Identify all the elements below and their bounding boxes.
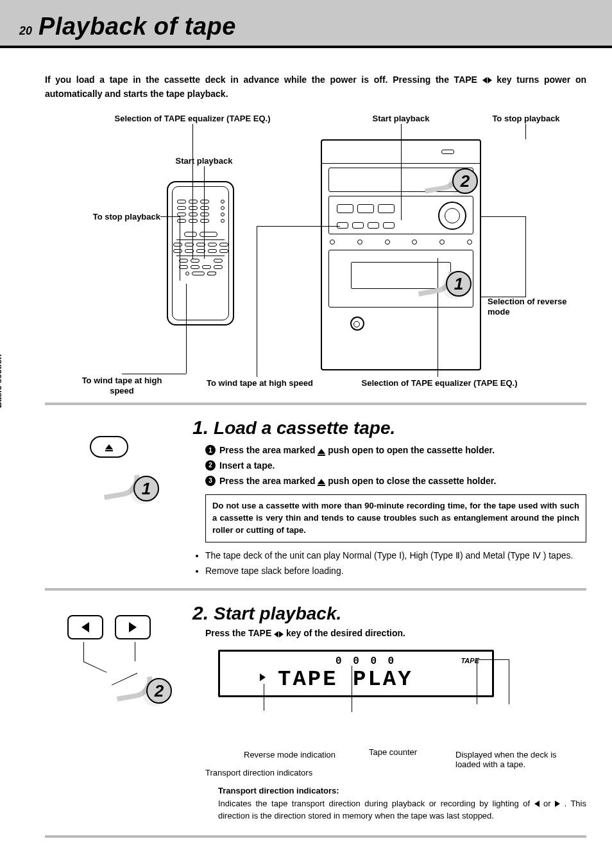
step-2-heading: 2. Start playback. [192,602,586,624]
step-1-number: 1. [192,417,208,438]
leader-line [160,216,180,217]
step-1-notes: The tape deck of the unit can play Norma… [192,549,586,578]
leader-line [525,124,526,139]
note-tape-types: The tape deck of the unit can play Norma… [205,549,586,563]
step-1-row: 1 1. Load a cassette tape. 1 Press the a… [45,403,586,588]
leader-line [481,216,526,217]
play-forward-button-illustration [115,615,151,639]
substep-badge-2: 2 [205,460,216,471]
triangle-left-icon [534,801,540,807]
leader-line [401,124,402,220]
step-1-heading: 1. Load a cassette tape. [192,417,586,438]
label-stop-playback-unit: To stop playback [475,114,577,124]
leader-line [186,284,187,374]
label-reverse-mode: Selection of reverse mode [488,297,584,317]
leader-line [122,374,186,374]
substep-1-text: Press the area marked push open to open … [219,444,495,458]
lcd-display-diagram: 0 0 0 0 TAPE PLAY TAPE Reverse mode indi… [218,650,586,697]
label-stop-playback-remote: To stop playback [58,212,160,222]
bottom-rule [45,835,586,838]
device-diagram: Selection of TAPE equalizer (TAPE EQ.) S… [45,114,586,403]
eject-icon [105,444,113,449]
leader-line [525,216,526,297]
step-1-graphic: 1 [45,417,173,582]
triangle-right-icon [129,622,137,632]
warning-box: Do not use a cassette with more than 90-… [205,494,586,542]
leader-line [481,297,526,297]
label-reverse-mode-indication: Reverse mode indication [244,750,336,759]
step-2-graphic: 2 [45,602,173,822]
callout-number-1: 1 [133,476,159,501]
step-2-title: Start playback. [214,603,341,624]
lcd-main-text: TAPE PLAY [278,667,413,691]
leader-line [204,166,205,259]
transport-direction-block: Transport direction indicators: Indicate… [218,785,586,822]
remote-control-illustration [167,181,234,326]
eject-icon [318,449,325,454]
note-slack: Remove tape slack before loading. [205,564,586,578]
eject-icon [318,479,325,484]
section-side-tab: Basic section [0,354,3,408]
lcd-counter: 0 0 0 0 [336,655,396,667]
label-tape-eq-bottom: Selection of TAPE equalizer (TAPE EQ.) [340,378,539,388]
triangle-right-icon [555,801,560,807]
leader-line [135,642,135,661]
label-wind-unit: To wind tape at high speed [186,378,334,388]
substep-2-text: Insert a tape. [219,459,275,473]
step-2-instruction: Press the TAPE key of the desired direct… [205,628,586,638]
play-reverse-button-illustration [67,615,103,639]
leader-line [192,124,193,259]
step-1-title: Load a cassette tape. [214,418,395,438]
leader-line [180,216,180,281]
page-title: Playback of tape [38,13,236,40]
label-deck-loaded: Displayed when the deck is loaded with a… [455,750,577,769]
leader-line [83,661,107,673]
label-start-playback-unit: Start playback [359,114,443,124]
intro-text-a: If you load a tape in the cassette deck … [45,74,482,85]
substep-badge-1: 1 [205,445,216,455]
step-2-number: 2. [192,602,208,624]
tdi-heading: Transport direction indicators: [218,785,586,797]
substep-3-text: Press the area marked push open to close… [219,474,496,489]
lcd-direction-indicator [260,673,266,681]
step-2-row: 2 2. Start playback. Press the TAPE key … [45,588,586,829]
label-transport-indicators: Transport direction indicators [205,768,312,777]
substep-badge-3: 3 [205,476,216,486]
play-direction-icon [274,631,284,638]
leader-line [83,642,84,661]
label-start-playback-remote: Start playback [159,156,249,166]
page-header: 20 Playback of tape [0,0,612,48]
eject-button-illustration [90,436,128,458]
leader-line [257,226,340,227]
triangle-left-icon [81,622,89,632]
label-tape-counter: Tape counter [369,747,417,757]
label-tape-eq-top: Selection of TAPE equalizer (TAPE EQ.) [96,114,289,124]
play-direction-icon [482,77,492,83]
callout-number-2: 2 [146,678,172,704]
step-1-substeps: 1 Press the area marked push open to ope… [192,444,586,488]
intro-paragraph: If you load a tape in the cassette deck … [45,73,586,101]
label-wind-remote: To wind tape at high speed [71,376,173,395]
lcd-display: 0 0 0 0 TAPE PLAY TAPE [218,650,494,697]
leader-line [257,226,257,377]
tdi-body: Indicates the tape transport direction d… [218,797,586,822]
page-number: 20 [19,24,32,38]
